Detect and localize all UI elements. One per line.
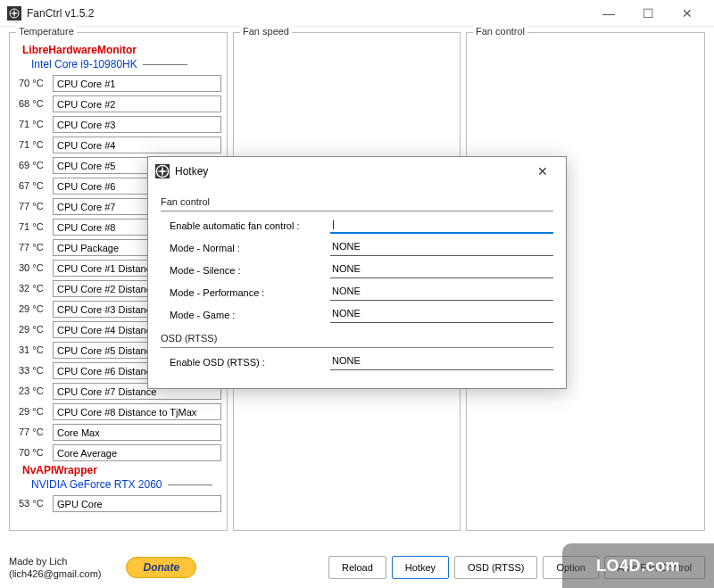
temp-name-input[interactable]: CPU Core #8 Distance to TjMax [53, 403, 221, 420]
dialog-title: Hotkey [175, 165, 527, 178]
hotkey-row-label: Mode - Game : [161, 310, 330, 320]
fanspeed-panel-label: Fan speed [240, 26, 292, 37]
close-button[interactable]: ✕ [668, 1, 707, 26]
temp-row: 68 °CCPU Core #2 [19, 95, 221, 112]
temp-value: 71 °C [19, 119, 53, 129]
temp-row: 70 °CCore Average [19, 443, 221, 461]
hotkey-input[interactable]: NONE [330, 307, 553, 323]
source-label: LibreHardwareMonitor [22, 44, 221, 56]
hotkey-row: Enable automatic fan control :| [161, 217, 553, 235]
credit-line-2: (lich426@gmail.com) [9, 568, 101, 579]
temp-value: 33 °C [19, 365, 53, 376]
temp-value: 77 °C [19, 427, 53, 437]
temp-name-input[interactable]: Core Average [53, 444, 221, 461]
temp-value: 70 °C [19, 78, 53, 88]
osd-button[interactable]: OSD (RTSS) [454, 556, 537, 579]
app-icon [7, 6, 21, 21]
hotkey-row-label: Mode - Normal : [161, 243, 330, 253]
maximize-button[interactable]: ☐ [628, 1, 668, 26]
device-label: Intel Core i9-10980HK [31, 58, 221, 70]
temp-value: 77 °C [19, 242, 53, 253]
temp-value: 32 °C [19, 283, 53, 294]
temp-value: 31 °C [19, 344, 53, 355]
reload-button[interactable]: Reload [328, 556, 386, 579]
device-label: NVIDIA GeForce RTX 2060 [31, 478, 221, 491]
hotkey-input[interactable]: NONE [330, 240, 553, 256]
temp-value: 71 °C [19, 139, 53, 150]
temp-name-input[interactable]: CPU Core #3 [53, 116, 221, 133]
temp-row: 71 °CCPU Core #4 [19, 136, 221, 153]
fancontrol-panel-label: Fan control [473, 26, 527, 37]
temp-value: 29 °C [19, 406, 53, 417]
hotkey-row: Mode - Normal :NONE [161, 239, 553, 257]
hotkey-input[interactable]: NONE [330, 262, 553, 278]
hotkey-input[interactable]: NONE [330, 354, 553, 370]
source-label: NvAPIWrapper [22, 464, 221, 476]
watermark: LO4D.com [562, 543, 714, 588]
temp-value: 70 °C [19, 447, 53, 458]
divider [161, 211, 553, 211]
temp-name-input[interactable]: CPU Core #4 [53, 137, 221, 153]
temp-value: 23 °C [19, 385, 53, 396]
watermark-text: LO4D.com [596, 557, 680, 576]
temp-row: 70 °CCPU Core #1 [19, 74, 221, 92]
footer-credit: Made by Lich (lich426@gmail.com) [9, 555, 101, 581]
temp-value: 67 °C [19, 180, 53, 191]
hotkey-row: Mode - Performance :NONE [161, 284, 553, 302]
temp-row: 71 °CCPU Core #3 [19, 115, 221, 133]
hotkey-input[interactable]: NONE [330, 285, 553, 301]
temp-name-input[interactable]: GPU Core [53, 495, 221, 512]
credit-line-1: Made by Lich [9, 556, 67, 567]
temp-row: 77 °CCore Max [19, 423, 221, 441]
hotkey-button[interactable]: Hotkey [392, 556, 449, 579]
dialog-titlebar[interactable]: Hotkey ✕ [148, 157, 566, 186]
temp-value: 71 °C [19, 221, 53, 232]
hotkey-row: Enable OSD (RTSS) :NONE [161, 353, 553, 371]
dialog-section-osd: OSD (RTSS) [161, 333, 553, 344]
donate-button[interactable]: Donate [126, 557, 196, 578]
minimize-button[interactable]: — [589, 1, 628, 26]
temp-value: 69 °C [19, 160, 53, 170]
temp-value: 29 °C [19, 324, 53, 335]
temp-name-input[interactable]: CPU Core #1 [53, 75, 221, 92]
temp-value: 68 °C [19, 98, 53, 109]
temp-value: 30 °C [19, 262, 53, 273]
titlebar: FanCtrl v1.5.2 — ☐ ✕ [0, 0, 714, 27]
hotkey-row: Mode - Game :NONE [161, 306, 553, 324]
window-title: FanCtrl v1.5.2 [27, 7, 589, 20]
hotkey-input[interactable]: | [330, 218, 553, 234]
temp-name-input[interactable]: Core Max [53, 424, 221, 441]
hotkey-row: Mode - Silence :NONE [161, 261, 553, 279]
hotkey-row-label: Enable automatic fan control : [161, 220, 330, 231]
hotkey-dialog: Hotkey ✕ Fan control Enable automatic fa… [147, 156, 567, 389]
hotkey-row-label: Enable OSD (RTSS) : [161, 357, 330, 368]
hotkey-row-label: Mode - Silence : [161, 265, 330, 276]
temp-row: 53 °CGPU Core [19, 494, 221, 512]
temp-value: 77 °C [19, 201, 53, 211]
dialog-section-fan: Fan control [161, 196, 553, 207]
temp-value: 53 °C [19, 498, 53, 509]
dialog-app-icon [155, 164, 170, 178]
hotkey-row-label: Mode - Performance : [161, 287, 330, 298]
temperature-panel-label: Temperature [16, 26, 77, 37]
dialog-close-button[interactable]: ✕ [527, 162, 559, 180]
divider [161, 347, 553, 348]
temp-name-input[interactable]: CPU Core #2 [53, 95, 221, 112]
temp-value: 29 °C [19, 303, 53, 314]
temp-row: 29 °CCPU Core #8 Distance to TjMax [19, 402, 221, 420]
